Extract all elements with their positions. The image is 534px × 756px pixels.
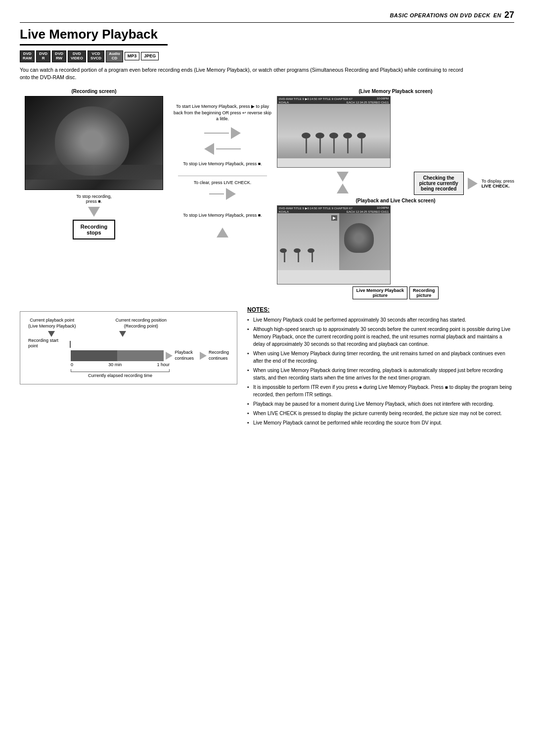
arrow-right-3 — [468, 178, 478, 189]
note-item-4: When using Live Memory Playback during t… — [247, 367, 514, 381]
intro-text: You can watch a recorded portion of a pr… — [20, 66, 465, 82]
arrow-right-2 — [226, 188, 236, 200]
instruction5: To stop Live Memory Playback, press ■. — [183, 213, 262, 218]
arrow-down-pb1 — [48, 331, 55, 337]
live-memory-screen: DVD-RAM TITLE 9 ▶0:14:50 XP TITLE 9 CHAP… — [277, 96, 391, 168]
note-item-5: It is impossible to perform ITR even if … — [247, 383, 514, 398]
checking-picture-box: Checking the picture currently being rec… — [414, 172, 464, 195]
badge-jpeg: JPEG — [141, 52, 159, 60]
arrow-left-1 — [204, 143, 214, 155]
timeline-scale: 0 30 min 1 hour — [71, 362, 170, 367]
recording-picture-label: Recording picture — [409, 286, 439, 299]
note-item-7: When LIVE CHECK is pressed to display th… — [247, 410, 514, 417]
tick-start — [70, 341, 71, 348]
live-memory-picture-label: Live Memory Playback picture — [353, 286, 407, 299]
arrow-up-1 — [217, 228, 228, 237]
notes-list: Live Memory Playback could be performed … — [247, 316, 514, 426]
recording-bar — [71, 350, 164, 361]
badge-dvdvideo: DVDVIDEO — [68, 50, 86, 62]
lang-label: EN — [493, 12, 501, 18]
note-item-6: Playback may be paused for a moment duri… — [247, 400, 514, 408]
recording-stops-label: Recording stops — [81, 224, 107, 236]
disc-badge-row: DVDRAM DVDR DVDRW DVDVIDEO VCDSVCD Audio… — [20, 50, 514, 62]
instruction4: To clear, press LIVE CHECK. — [178, 180, 267, 185]
checking-label: Checking the picture currently being rec… — [419, 175, 458, 191]
note-item-3: When using Live Memory Playback during t… — [247, 350, 514, 365]
playback-timeline-area: Current playback point (Live Memory Play… — [20, 306, 237, 428]
screen-label-row: Live Memory Playback picture Recording p… — [277, 286, 514, 299]
instruction2: To stop Live Memory Playback, press ■. — [183, 161, 262, 167]
playback-diagram: Current playback point (Live Memory Play… — [20, 311, 237, 384]
current-recording-position-label: Current recording position (Recording po… — [116, 318, 167, 329]
stop-recording-text: To stop recording,press ■. — [76, 194, 112, 204]
recording-continues-label: Recording continues — [209, 350, 229, 361]
playback-live-check-label: (Playback and Live Check screen) — [277, 198, 514, 203]
playback-live-check-screen: DVD-RAM TITLE 9 ▶0:14:50 XP TITLE 9 CHAP… — [277, 205, 391, 284]
arrow-right-1 — [231, 127, 241, 139]
arrow-up-2 — [337, 184, 349, 193]
note-item-1: Live Memory Playback could be performed … — [247, 316, 514, 324]
recording-screen-label: (Recording screen) — [20, 89, 168, 94]
page-number: 27 — [504, 10, 514, 20]
page-title: Live Memory Playback — [20, 27, 168, 46]
recording-stops-box: Recording stops — [73, 220, 115, 239]
page-header: BASIC OPERATIONS ON DVD DECK EN 27 — [20, 10, 514, 23]
playback-continues-label: Playback continues — [175, 350, 194, 361]
arrow-down-2 — [337, 172, 349, 182]
badge-audiocd: AudioCD — [106, 50, 123, 62]
notes-title: NOTES: — [247, 306, 514, 313]
playback-continues-arrow: Playback continues Recording continues — [166, 350, 229, 361]
current-playback-point-label: Current playback point (Live Memory Play… — [28, 318, 76, 329]
note-item-2: Although high-speed search up to approxi… — [247, 326, 514, 348]
live-check-strong: LIVE CHECK. — [482, 184, 510, 189]
badge-dvdram: DVDRAM — [20, 50, 35, 62]
badge-vcd: VCDSVCD — [88, 50, 104, 62]
instruction1: To start Live Memory Playback, press ▶ t… — [173, 103, 272, 122]
recording-screen-image — [25, 96, 163, 190]
notes-area: NOTES: Live Memory Playback could be per… — [247, 306, 514, 428]
live-memory-screen-label: (Live Memory Playback screen) — [277, 89, 514, 94]
recording-start-label: Recording start point — [28, 338, 68, 349]
badge-dvdrw: DVDRW — [52, 50, 66, 62]
arrow-down-pb2 — [119, 331, 126, 337]
elapsed-label: Currently elapsed recording time — [88, 373, 152, 378]
badge-mp3: MP3 — [125, 52, 140, 60]
to-display-text: To display, press LIVE CHECK. — [482, 179, 514, 189]
bottom-section: Current playback point (Live Memory Play… — [20, 306, 514, 428]
section-label: BASIC OPERATIONS ON DVD DECK — [390, 12, 490, 18]
badge-dvdr: DVDR — [36, 50, 50, 62]
note-item-8: Live Memory Playback cannot be performed… — [247, 419, 514, 426]
arrow-down-1 — [88, 207, 100, 217]
